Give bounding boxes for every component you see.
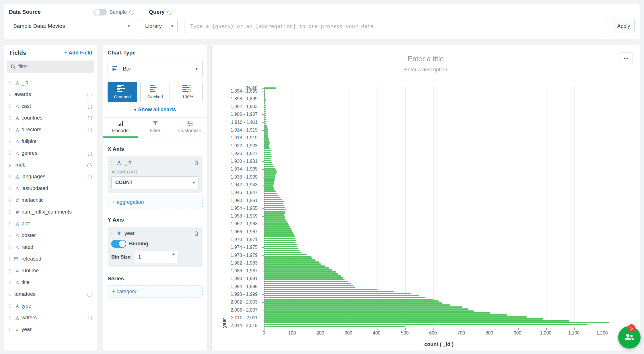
- field-row-type[interactable]: Atype: [4, 300, 97, 312]
- aggregate-select[interactable]: COUNT ▾: [111, 176, 199, 189]
- drag-handle-icon[interactable]: [9, 327, 14, 332]
- tab-customize[interactable]: Customize: [172, 118, 207, 138]
- drag-handle-icon[interactable]: [9, 81, 14, 85]
- drag-handle-icon[interactable]: [9, 257, 14, 261]
- increment-button[interactable]: +: [169, 251, 178, 257]
- chart-description-placeholder[interactable]: Enter a description: [212, 67, 640, 73]
- apply-button[interactable]: Apply: [613, 19, 635, 33]
- bar: [264, 119, 266, 120]
- trash-icon[interactable]: [194, 231, 199, 236]
- string-type-icon: A: [14, 233, 21, 238]
- info-icon[interactable]: [167, 10, 172, 15]
- y-tick-mark: [262, 318, 264, 318]
- field-row-plot[interactable]: Aplot: [4, 218, 97, 230]
- field-row-countries[interactable]: Acountries[ ]: [4, 112, 97, 124]
- sample-toggle[interactable]: [94, 9, 107, 15]
- bar: [264, 232, 293, 234]
- field-row-imdb[interactable]: ›imdb{ }: [4, 159, 97, 171]
- subtype-stacked-button[interactable]: Stacked: [140, 82, 170, 102]
- field-row-lastupdated[interactable]: Alastupdated: [4, 183, 97, 194]
- add-category-button[interactable]: + category: [108, 285, 203, 298]
- field-filter-input[interactable]: [18, 64, 90, 70]
- field-row-awards[interactable]: ›awards{ }: [4, 89, 97, 100]
- string-type-icon: A: [14, 150, 21, 156]
- tab-filter[interactable]: Filter: [138, 118, 172, 138]
- field-row-tomatoes[interactable]: ›tomatoes{ }: [4, 288, 97, 300]
- field-row-writers[interactable]: Awriters[ ]: [4, 312, 97, 324]
- drag-handle-icon[interactable]: [9, 280, 14, 285]
- field-row-directors[interactable]: Adirectors[ ]: [4, 124, 97, 136]
- field-row-genres[interactable]: Agenres[ ]: [4, 147, 97, 159]
- expand-chevron-icon[interactable]: ›: [9, 91, 14, 97]
- x-tick-label: 900: [514, 330, 522, 336]
- drag-handle-icon[interactable]: [9, 151, 14, 155]
- x-tick-mark: [574, 328, 575, 330]
- drag-handle-icon[interactable]: [9, 139, 14, 144]
- drag-handle-icon[interactable]: [9, 316, 14, 320]
- field-row-rated[interactable]: Arated: [4, 241, 97, 253]
- y-tick-label: 2,006 - 2,007: [231, 308, 258, 313]
- trash-icon[interactable]: [194, 160, 199, 165]
- library-select[interactable]: Library ▾: [141, 19, 178, 33]
- binning-row: Binning: [111, 240, 199, 248]
- bin-size-input[interactable]: [135, 251, 169, 263]
- field-row-poster[interactable]: Aposter: [4, 230, 97, 241]
- x-axis-field-name: _id: [124, 160, 131, 166]
- expand-chevron-icon[interactable]: ›: [9, 162, 14, 168]
- bar: [264, 189, 275, 191]
- y-tick-mark: [262, 185, 264, 185]
- drag-handle-icon[interactable]: [9, 186, 14, 191]
- subtype-grouped-button[interactable]: Grouped: [108, 82, 137, 102]
- field-row-runtime[interactable]: #runtime: [4, 265, 97, 277]
- info-icon[interactable]: [129, 10, 134, 15]
- field-badge: [ ]: [87, 315, 92, 320]
- expand-chevron-icon[interactable]: ›: [9, 291, 14, 297]
- drag-handle-icon[interactable]: [9, 116, 14, 120]
- bar: [264, 209, 286, 210]
- drag-handle-icon[interactable]: [9, 175, 14, 179]
- y-tick-label: 1,990 - 1,991: [231, 276, 258, 281]
- string-type-icon: A: [14, 245, 21, 250]
- drag-handle-icon[interactable]: [9, 210, 14, 214]
- add-aggregation-button[interactable]: + aggregation: [108, 196, 203, 208]
- field-row-fullplot[interactable]: Afullplot: [4, 136, 97, 147]
- drag-handle-icon[interactable]: [9, 222, 14, 226]
- query-input[interactable]: [184, 19, 606, 33]
- drag-handle-icon[interactable]: [111, 232, 114, 236]
- y-tick-label: 1,974 - 1,975: [231, 245, 258, 250]
- string-type-icon: A: [14, 221, 21, 227]
- field-row-released[interactable]: released: [4, 253, 97, 265]
- drag-handle-icon[interactable]: [9, 198, 14, 202]
- drag-handle-icon[interactable]: [9, 128, 14, 132]
- field-row-_id[interactable]: A_id: [4, 77, 97, 89]
- drag-handle-icon[interactable]: [9, 245, 14, 249]
- drag-handle-icon[interactable]: [9, 304, 14, 308]
- field-row-metacritic[interactable]: #metacritic: [4, 194, 97, 206]
- tab-encode[interactable]: Encode: [103, 118, 138, 138]
- drag-handle-icon[interactable]: [111, 161, 114, 165]
- decrement-button[interactable]: −: [169, 257, 178, 263]
- field-row-cast[interactable]: Acast[ ]: [4, 100, 97, 112]
- drag-handle-icon[interactable]: [9, 233, 14, 238]
- subtype-100-button[interactable]: 100%: [173, 82, 203, 102]
- binning-toggle[interactable]: [111, 240, 126, 248]
- drag-handle-icon[interactable]: [9, 104, 14, 108]
- add-field-button[interactable]: + Add Field: [64, 50, 92, 56]
- y-axis-field-name: year: [124, 230, 135, 236]
- field-row-year[interactable]: #year: [4, 324, 97, 335]
- drag-handle-icon[interactable]: [9, 269, 14, 273]
- y-tick-label: 1,986 - 1,987: [231, 268, 258, 273]
- field-row-title[interactable]: Atitle: [4, 277, 97, 288]
- field-row-num_mflix_comments[interactable]: #num_mflix_comments: [4, 206, 97, 218]
- data-source-select[interactable]: Sample Data: Movies ▾: [9, 19, 134, 33]
- show-all-charts-link[interactable]: ▾Show all charts: [108, 107, 203, 113]
- chart-menu-button[interactable]: •••: [620, 52, 633, 64]
- y-tick-label: 1,938 - 1,939: [231, 175, 258, 180]
- chart-title-placeholder[interactable]: Enter a title: [212, 55, 640, 63]
- chart-type-select[interactable]: Bar ▾: [108, 60, 203, 78]
- support-chat-button[interactable]: 5: [618, 326, 641, 349]
- field-row-languages[interactable]: Alanguages[ ]: [4, 171, 97, 183]
- y-tick-label: 1,966 - 1,967: [231, 229, 258, 234]
- y-tick-label: 1,918 - 1,919: [231, 135, 258, 140]
- field-badge: [ ]: [87, 127, 92, 132]
